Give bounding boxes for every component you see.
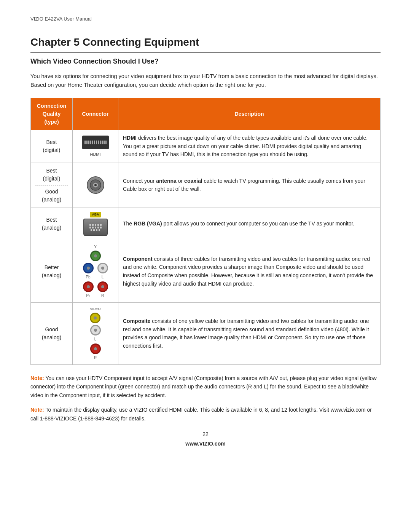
table-row: Best(digital) HDMI bbox=[31, 130, 381, 163]
connector-cell-coax bbox=[73, 163, 118, 208]
intro-text: You have six options for connecting your… bbox=[30, 72, 381, 89]
chapter-title: Chapter 5 Connecting Equipment bbox=[30, 34, 381, 53]
quality-cell-component: Better(analog) bbox=[31, 240, 73, 303]
col-header-quality: Connection Quality (type) bbox=[31, 98, 73, 130]
quality-cell-coax: Best(digital) Good(analog) bbox=[31, 163, 73, 208]
page-number: 22 bbox=[30, 430, 381, 438]
connector-cell-vga: VGA bbox=[73, 208, 118, 240]
svg-point-3 bbox=[94, 184, 97, 186]
connector-cell-hdmi: HDMI bbox=[73, 130, 118, 163]
table-row: Better(analog) Y Pb bbox=[31, 240, 381, 303]
col-header-connector: Connector bbox=[73, 98, 118, 130]
footer-url: www.VIZIO.com bbox=[30, 440, 381, 448]
description-cell-composite: Composite consists of one yellow cable f… bbox=[118, 303, 381, 365]
quality-cell-composite: Good(analog) bbox=[31, 303, 73, 365]
table-row: Best(analog) VGA bbox=[31, 208, 381, 240]
connector-cell-component: Y Pb L bbox=[73, 240, 118, 303]
quality-cell-hdmi: Best(digital) bbox=[31, 130, 73, 163]
note-2: Note: To maintain the display quality, u… bbox=[30, 406, 381, 423]
table-row: Best(digital) Good(analog) Co bbox=[31, 163, 381, 208]
description-cell-coax: Connect your antenna or coaxial cable to… bbox=[118, 163, 381, 208]
note-1: Note: You can use your HDTV Component in… bbox=[30, 374, 381, 399]
connection-table: Connection Quality (type) Connector Desc… bbox=[30, 98, 381, 365]
connector-cell-composite: VIDEO L R bbox=[73, 303, 118, 365]
manual-header: VIZIO E422VA User Manual bbox=[30, 15, 381, 23]
table-row: Good(analog) VIDEO L bbox=[31, 303, 381, 365]
section-title: Which Video Connection Should I Use? bbox=[30, 56, 381, 67]
description-cell-component: Component consists of three cables for t… bbox=[118, 240, 381, 303]
col-header-description: Description bbox=[118, 98, 381, 130]
quality-cell-vga: Best(analog) bbox=[31, 208, 73, 240]
description-cell-vga: The RGB (VGA) port allows you to connect… bbox=[118, 208, 381, 240]
description-cell-hdmi: HDMI delivers the best image quality of … bbox=[118, 130, 381, 163]
